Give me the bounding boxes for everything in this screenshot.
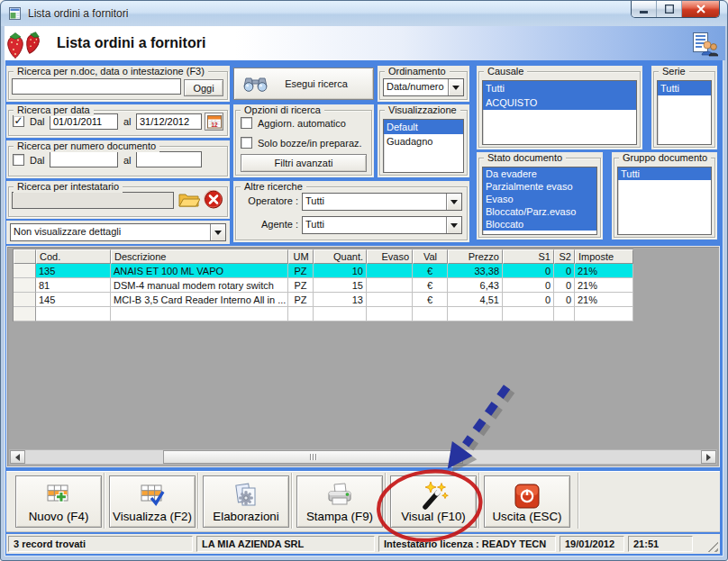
grid-cell[interactable]: PZ bbox=[288, 264, 314, 278]
grid-column-header[interactable]: UM bbox=[288, 249, 314, 264]
drafts-only-checkbox[interactable] bbox=[241, 137, 252, 149]
grid-cell[interactable] bbox=[575, 307, 633, 321]
grid-row-selector[interactable] bbox=[14, 293, 36, 307]
list-option[interactable]: ACQUISTO bbox=[483, 95, 636, 110]
grid-column-header[interactable]: Imposte bbox=[575, 249, 633, 264]
horizontal-scrollbar[interactable] bbox=[9, 449, 717, 465]
list-option[interactable]: Bloccato/Parz.evaso bbox=[483, 205, 596, 218]
grid-cell[interactable] bbox=[111, 307, 288, 321]
gruppo-listbox[interactable]: Tutti bbox=[617, 167, 712, 235]
scrollbar-thumb[interactable] bbox=[163, 450, 463, 464]
chevron-down-icon[interactable] bbox=[446, 194, 461, 210]
holder-clear-button[interactable] bbox=[204, 190, 223, 211]
grid-cell[interactable] bbox=[367, 264, 413, 278]
grid-cell[interactable]: 135 bbox=[36, 264, 111, 278]
auto-refresh-checkbox[interactable] bbox=[241, 117, 252, 129]
grid-cell[interactable]: MCI-B 3,5 Card Reader Interno All in ... bbox=[111, 293, 288, 307]
close-button[interactable] bbox=[682, 1, 719, 17]
grid-row[interactable]: 135ANAIS ET 100 ML VAPOPZ10€33,380021% bbox=[14, 264, 633, 278]
grid-column-header[interactable] bbox=[14, 249, 36, 264]
scroll-left-button[interactable] bbox=[10, 450, 25, 464]
grid-cell[interactable]: PZ bbox=[288, 293, 314, 307]
list-option[interactable]: Bloccato bbox=[483, 218, 596, 231]
grid-cell[interactable]: € bbox=[413, 264, 448, 278]
grid-cell[interactable]: 21% bbox=[575, 293, 633, 307]
calendar-button[interactable]: 12 bbox=[205, 113, 223, 131]
grid-row[interactable]: 145MCI-B 3,5 Card Reader Interno All in … bbox=[14, 293, 633, 307]
holder-input[interactable] bbox=[12, 192, 174, 209]
grid-row[interactable] bbox=[14, 307, 633, 321]
view-listbox[interactable]: DefaultGuadagno bbox=[383, 119, 464, 173]
grid-cell[interactable]: 0 bbox=[554, 264, 575, 278]
serie-listbox[interactable]: Tutti bbox=[657, 80, 712, 145]
grid-cell[interactable] bbox=[448, 307, 503, 321]
grid-cell[interactable]: 0 bbox=[554, 293, 575, 307]
list-option[interactable]: Tutti bbox=[658, 81, 711, 95]
date-checkbox[interactable]: ✓ bbox=[13, 115, 24, 127]
number-checkbox[interactable] bbox=[13, 154, 24, 166]
grid-row-selector[interactable] bbox=[14, 278, 36, 293]
chevron-down-icon[interactable] bbox=[210, 224, 225, 240]
grid-cell[interactable]: 6,43 bbox=[448, 278, 503, 293]
grid-cell[interactable] bbox=[36, 307, 111, 321]
chevron-down-icon[interactable] bbox=[448, 79, 463, 95]
grid-column-header[interactable]: Quant. bbox=[314, 249, 367, 264]
search-execute-button[interactable]: Esegui ricerca bbox=[233, 68, 374, 100]
chevron-down-icon[interactable] bbox=[446, 217, 461, 233]
list-option[interactable]: Default bbox=[384, 120, 463, 134]
date-to-input[interactable] bbox=[136, 113, 202, 130]
grid-cell[interactable]: 21% bbox=[575, 278, 633, 293]
grid-cell[interactable]: 0 bbox=[503, 264, 554, 278]
number-to-input[interactable] bbox=[136, 151, 202, 167]
list-option[interactable]: Tutti bbox=[618, 167, 711, 180]
grid-cell[interactable]: DSM-4 manual modem rotary switch bbox=[111, 278, 288, 293]
holder-browse-button[interactable] bbox=[177, 190, 200, 211]
grid-cell[interactable]: PZ bbox=[288, 278, 314, 293]
grid-column-header[interactable]: Prezzo bbox=[448, 249, 503, 264]
grid-cell[interactable] bbox=[367, 293, 413, 307]
grid-cell[interactable]: 0 bbox=[503, 293, 554, 307]
view-button[interactable]: Visualizza (F2) bbox=[109, 475, 196, 528]
grid-row[interactable]: 81DSM-4 manual modem rotary switchPZ15€6… bbox=[14, 278, 633, 293]
print-button[interactable]: Stampa (F9) bbox=[296, 475, 383, 528]
grid-cell[interactable] bbox=[288, 307, 314, 321]
grid-cell[interactable]: 15 bbox=[314, 278, 367, 293]
agent-combo[interactable]: Tutti bbox=[302, 216, 462, 234]
grid-cell[interactable] bbox=[503, 307, 554, 321]
exit-button[interactable]: Uscita (ESC) bbox=[484, 475, 570, 528]
list-option[interactable]: Parzialmente evaso bbox=[483, 180, 596, 193]
list-option[interactable]: Da evadere bbox=[483, 167, 596, 180]
results-grid[interactable]: Cod.DescrizioneUMQuant.EvasoValPrezzoS1S… bbox=[13, 249, 633, 321]
grid-column-header[interactable]: Cod. bbox=[36, 249, 111, 264]
grid-cell[interactable]: € bbox=[413, 278, 448, 293]
grid-cell[interactable]: 13 bbox=[314, 293, 367, 307]
grid-cell[interactable] bbox=[367, 307, 413, 321]
grid-column-header[interactable]: Evaso bbox=[367, 249, 413, 264]
visual-button[interactable]: Visual (F10) bbox=[390, 475, 477, 528]
stato-listbox[interactable]: Da evadereParzialmente evasoEvasoBloccat… bbox=[482, 167, 597, 235]
grid-cell[interactable]: 145 bbox=[36, 293, 111, 307]
grid-column-header[interactable]: S1 bbox=[503, 249, 554, 264]
grid-cell[interactable]: 10 bbox=[314, 264, 367, 278]
new-button[interactable]: Nuovo (F4) bbox=[15, 475, 102, 528]
list-option[interactable]: Guadagno bbox=[384, 134, 463, 149]
grid-cell[interactable] bbox=[413, 307, 448, 321]
processing-button[interactable]: Elaborazioni bbox=[203, 475, 289, 528]
grid-column-header[interactable]: Val bbox=[413, 249, 448, 264]
grid-column-header[interactable]: S2 bbox=[554, 249, 575, 264]
grid-cell[interactable] bbox=[367, 278, 413, 293]
grid-row-selector[interactable] bbox=[14, 307, 36, 321]
title-bar[interactable]: Lista ordini a fornitori bbox=[1, 1, 727, 26]
maximize-button[interactable] bbox=[657, 1, 682, 17]
grid-cell[interactable] bbox=[554, 307, 575, 321]
details-combo[interactable]: Non visualizzare dettagli bbox=[10, 223, 226, 241]
resize-grip[interactable] bbox=[706, 540, 718, 552]
today-button[interactable]: Oggi bbox=[184, 79, 223, 96]
number-from-input[interactable] bbox=[50, 151, 118, 167]
search-doc-input[interactable] bbox=[12, 78, 181, 95]
scroll-right-button[interactable] bbox=[701, 450, 716, 464]
grid-cell[interactable]: 0 bbox=[503, 278, 554, 293]
grid-cell[interactable]: 81 bbox=[36, 278, 111, 293]
minimize-button[interactable] bbox=[632, 1, 657, 17]
grid-cell[interactable]: ANAIS ET 100 ML VAPO bbox=[111, 264, 288, 278]
